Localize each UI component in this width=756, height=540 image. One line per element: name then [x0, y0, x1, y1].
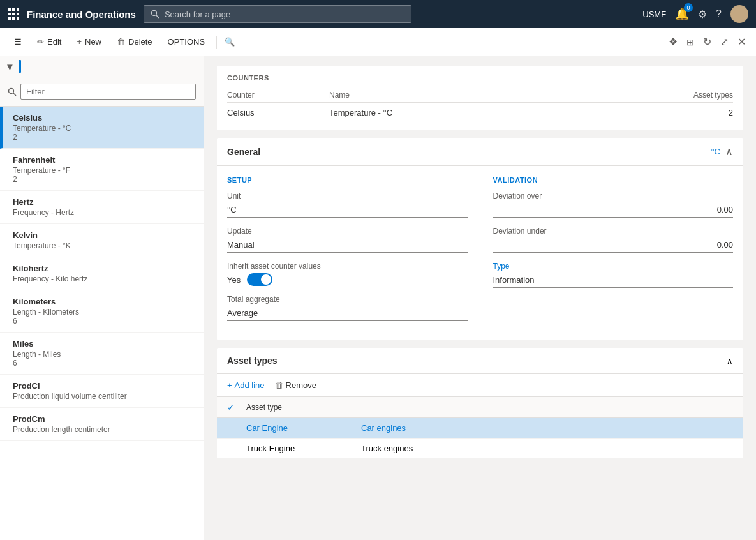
asset-type-col-header: Asset type [246, 402, 361, 412]
item-sub: Production length centimeter [13, 425, 195, 434]
svg-rect-1 [12, 8, 15, 11]
list-item[interactable]: Kilometers Length - Kilometers 6 [0, 290, 204, 333]
svg-rect-4 [12, 13, 15, 15]
svg-rect-5 [17, 13, 19, 15]
settings-icon[interactable]: ⚙ [698, 8, 707, 20]
pin-icon[interactable]: ❖ [666, 33, 680, 50]
validation-column: VALIDATION Deviation over 0.00 Deviation… [493, 176, 734, 330]
list-item[interactable]: ProdCm Production length centimeter [0, 408, 204, 441]
check-col-header: ✓ [227, 402, 246, 412]
new-button[interactable]: + New [70, 34, 108, 49]
inherit-label: Inherit asset counter values [227, 262, 468, 271]
deviation-under-value[interactable]: 0.00 [493, 238, 734, 253]
nav-right: USMF 🔔 0 ⚙ ? [642, 5, 748, 23]
unit-field: Unit °C [227, 191, 468, 218]
avatar[interactable] [730, 5, 748, 23]
general-title: General [227, 147, 260, 157]
help-icon[interactable]: ? [716, 8, 722, 20]
list-item[interactable]: Hertz Frequency - Hertz [0, 191, 204, 224]
svg-point-9 [151, 11, 156, 16]
deviation-under-field: Deviation under 0.00 [493, 227, 734, 253]
col-header-counter: Counter [227, 91, 329, 100]
list-item[interactable]: ProdCl Production liquid volume centilit… [0, 375, 204, 408]
item-sub: Frequency - Kilo hertz [13, 274, 195, 283]
update-label: Update [227, 227, 468, 236]
general-accent: °C [711, 147, 720, 156]
list-item[interactable]: Kilohertz Frequency - Kilo hertz [0, 257, 204, 290]
notifications-button[interactable]: 🔔 0 [675, 7, 689, 21]
item-sub: Temperature - °F [13, 166, 195, 175]
item-name: Kilohertz [13, 264, 195, 273]
search-action-icon[interactable]: 🔍 [225, 37, 235, 47]
refresh-icon[interactable]: ↻ [700, 33, 714, 50]
add-icon: + [77, 37, 82, 47]
svg-rect-8 [17, 17, 19, 20]
list-item[interactable]: Kelvin Temperature - °K [0, 224, 204, 257]
list-item[interactable]: Celsius Temperature - °C 2 [0, 107, 204, 149]
company-label: USMF [642, 10, 666, 19]
global-search[interactable]: Search for a page [144, 5, 411, 23]
item-sub: Length - Miles [13, 350, 195, 359]
office-icon[interactable]: ⊞ [684, 34, 697, 50]
setup-label: SETUP [227, 176, 468, 184]
type-value[interactable]: Information [493, 273, 734, 288]
grid-menu-icon[interactable] [8, 8, 19, 20]
filter-icon[interactable]: ▼ [5, 61, 15, 72]
deviation-under-label: Deviation under [493, 227, 734, 236]
hamburger-icon: ☰ [14, 37, 22, 47]
setup-column: SETUP Unit °C Update Manual Inherit asse… [227, 176, 468, 330]
delete-icon: 🗑 [117, 37, 125, 47]
item-name: Kelvin [13, 230, 195, 240]
item-num: 6 [13, 359, 195, 368]
counter-name: Temperature - °C [329, 108, 650, 117]
left-panel: ▼ Celsius Temperature - °C 2 Fahrenheit … [0, 56, 204, 540]
counters-list: Celsius Temperature - °C 2 Fahrenheit Te… [0, 107, 204, 540]
type-label: Type [493, 262, 734, 271]
type-field: Type Information [493, 262, 734, 288]
deviation-over-value[interactable]: 0.00 [493, 203, 734, 218]
options-button[interactable]: OPTIONS [161, 34, 212, 49]
asset-table-row[interactable]: Car Engine Car engines [217, 418, 743, 439]
list-item[interactable]: Fahrenheit Temperature - °F 2 [0, 149, 204, 191]
asset-types-title: Asset types [227, 356, 278, 366]
svg-rect-0 [8, 8, 11, 11]
svg-rect-6 [8, 17, 11, 20]
delete-button[interactable]: 🗑 Delete [110, 34, 159, 49]
toggle-knob [261, 274, 271, 285]
unit-value[interactable]: °C [227, 203, 468, 218]
item-sub: Length - Kilometers [13, 308, 195, 317]
collapse-icon[interactable]: ∧ [725, 146, 733, 158]
close-icon[interactable]: ✕ [735, 33, 748, 50]
deviation-over-label: Deviation over [493, 191, 734, 200]
validation-label: VALIDATION [493, 176, 734, 184]
counter-value: Celsius [227, 108, 329, 117]
update-field: Update Manual [227, 227, 468, 253]
total-value[interactable]: Average [227, 306, 468, 321]
list-item[interactable]: Miles Length - Miles 6 [0, 333, 204, 375]
popout-icon[interactable]: ⤢ [718, 33, 731, 50]
svg-rect-3 [8, 13, 11, 15]
counter-asset-types: 2 [650, 108, 733, 117]
asset-table-row[interactable]: Truck Engine Truck engines [217, 439, 743, 459]
top-navigation: Finance and Operations Search for a page… [0, 0, 756, 28]
item-name: ProdCl [13, 381, 195, 391]
remove-button[interactable]: 🗑 Remove [275, 380, 316, 390]
asset-name-cell: Truck engines [361, 444, 733, 453]
search-placeholder: Search for a page [165, 10, 230, 19]
filter-search-icon [8, 87, 17, 96]
unit-label: Unit [227, 191, 468, 200]
edit-button[interactable]: ✏ Edit [31, 34, 68, 49]
asset-types-collapse-icon[interactable]: ∧ [727, 356, 733, 366]
inherit-toggle[interactable] [247, 273, 272, 286]
action-bar: ☰ ✏ Edit + New 🗑 Delete OPTIONS 🔍 ❖ ⊞ ↻ … [0, 28, 756, 56]
total-label: Total aggregate [227, 295, 468, 304]
svg-line-10 [156, 15, 159, 19]
counters-row: Celsius Temperature - °C 2 [227, 103, 733, 123]
add-line-button[interactable]: + Add line [227, 380, 265, 390]
item-num: 2 [13, 175, 195, 184]
menu-button[interactable]: ☰ [8, 34, 28, 49]
col-header-name: Name [329, 91, 650, 100]
filter-input[interactable] [20, 84, 196, 100]
update-value[interactable]: Manual [227, 238, 468, 253]
item-name: Miles [13, 339, 195, 349]
